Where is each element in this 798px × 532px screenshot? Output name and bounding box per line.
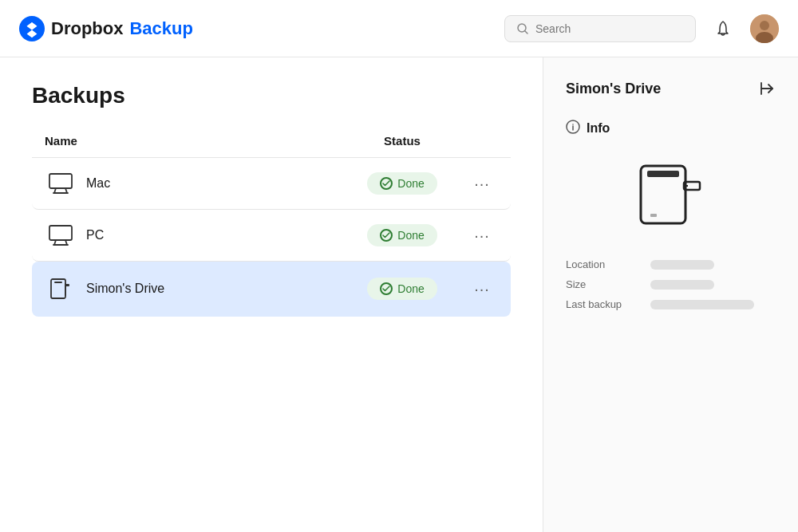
export-button[interactable] [758, 80, 776, 97]
bell-icon [714, 20, 732, 37]
drive-illustration [566, 156, 776, 236]
search-icon [516, 22, 529, 35]
svg-rect-25 [647, 171, 679, 177]
info-section: Info Location [566, 120, 776, 310]
pc-check-icon [380, 229, 393, 242]
size-label: Size [566, 278, 638, 290]
pc-status-label: Done [397, 229, 424, 242]
brand-product: Backup [129, 18, 192, 39]
simons-drive-status: Done [338, 278, 466, 300]
location-label: Location [566, 258, 638, 270]
mac-status-label: Done [397, 177, 424, 190]
svg-rect-10 [49, 226, 72, 240]
detail-panel-title: Simon's Drive [566, 81, 661, 97]
info-label: Info [587, 121, 610, 136]
simons-drive-check-icon [380, 282, 393, 295]
brand-area: Dropbox Backup [19, 16, 193, 41]
last-backup-label: Last backup [566, 298, 638, 310]
right-panel: Simon's Drive Info [543, 57, 798, 532]
info-fields: Location Size Last backup [566, 258, 776, 310]
header: Dropbox Backup [0, 0, 798, 57]
pc-status: Done [338, 224, 466, 246]
col-name-header: Name [45, 134, 338, 148]
size-value [650, 280, 714, 290]
last-backup-value [650, 300, 754, 309]
left-panel: Backups Name Status Mac [0, 57, 543, 532]
brand-name: Dropbox [51, 18, 123, 39]
search-input[interactable] [535, 22, 684, 35]
size-field: Size [566, 278, 776, 290]
avatar[interactable] [750, 14, 779, 43]
svg-line-2 [525, 30, 528, 33]
dropbox-logo-icon [19, 16, 45, 41]
mac-icon [45, 172, 77, 195]
main-content: Backups Name Status Mac [0, 57, 798, 532]
svg-rect-27 [684, 185, 688, 187]
mac-more-button[interactable]: ··· [466, 175, 498, 193]
mac-status-badge: Done [367, 172, 437, 195]
svg-point-23 [572, 124, 574, 125]
simons-drive-status-label: Done [397, 282, 424, 295]
detail-panel-header: Simon's Drive [566, 80, 776, 97]
info-icon [566, 120, 580, 137]
last-backup-field: Last backup [566, 298, 776, 310]
header-actions [504, 14, 779, 43]
simons-drive-name: Simon's Drive [86, 282, 338, 296]
pc-status-badge: Done [367, 224, 437, 246]
col-status-header: Status [338, 134, 466, 148]
svg-rect-6 [49, 174, 72, 188]
mac-name: Mac [86, 176, 338, 191]
location-field: Location [566, 258, 776, 270]
svg-rect-28 [650, 214, 657, 217]
backups-table: Name Status Mac [32, 134, 511, 317]
notifications-button[interactable] [709, 14, 737, 43]
pc-name: PC [86, 228, 338, 242]
table-row[interactable]: Mac Done ··· [32, 158, 511, 210]
mac-check-icon [380, 177, 393, 190]
table-row[interactable]: Simon's Drive Done ··· [32, 262, 511, 317]
pc-icon [45, 224, 77, 246]
pc-more-button[interactable]: ··· [466, 227, 498, 245]
simons-drive-more-button[interactable]: ··· [466, 280, 498, 298]
info-header: Info [566, 120, 610, 137]
svg-rect-15 [54, 282, 62, 283]
location-value [650, 260, 714, 270]
simons-drive-icon [45, 276, 77, 301]
simons-drive-status-badge: Done [367, 278, 437, 300]
table-row[interactable]: PC Done ··· [32, 210, 511, 262]
table-header: Name Status [32, 134, 511, 158]
avatar-image [750, 14, 779, 43]
page-title: Backups [32, 83, 511, 108]
svg-point-4 [760, 21, 769, 30]
mac-status: Done [338, 172, 466, 195]
search-box[interactable] [504, 15, 696, 42]
